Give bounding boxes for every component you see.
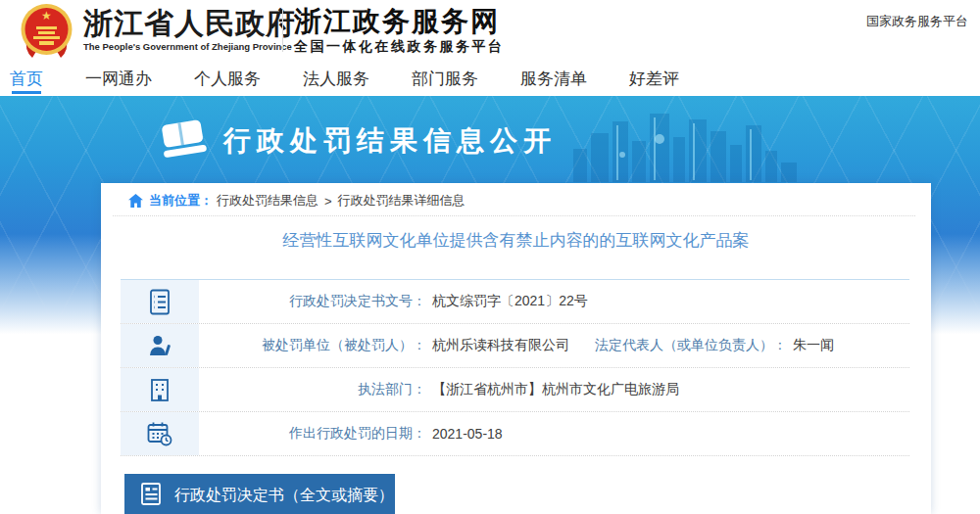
row-label: 行政处罚决定书文号： (199, 293, 426, 310)
banner-title: 行政处罚结果信息公开 (223, 122, 557, 160)
nav-item-home[interactable]: 首页 (10, 61, 43, 96)
portal-title-block: 浙江政务服务网 全国一体化在线政务服务平台 (294, 6, 505, 56)
svg-text:★: ★ (41, 9, 52, 23)
breadcrumb: 当前位置： 行政处罚结果信息 > 行政处罚结果详细信息 (128, 192, 466, 210)
case-title: 经营性互联网文化单位提供含有禁止内容的的互联网文化产品案 (101, 229, 931, 252)
home-icon (128, 194, 143, 208)
nav-item-department-services[interactable]: 部门服务 (412, 61, 478, 96)
gov-subtitle: The People's Government of Zhejiang Prov… (83, 41, 296, 52)
row-label-2: 法定代表人（或单位负责人）： (595, 337, 787, 354)
row-value: 2021-05-18 (432, 426, 503, 442)
row-text: 执法部门： 【浙江省杭州市】杭州市文化广电旅游局 (199, 368, 909, 411)
row-text: 行政处罚决定书文号： 杭文综罚字〔2021〕22号 (199, 280, 909, 323)
table-row: 作出行政处罚的日期： 2021-05-18 (121, 412, 909, 456)
row-text: 被处罚单位（被处罚人）： 杭州乐读科技有限公司 法定代表人（或单位负责人）： 朱… (199, 324, 909, 367)
row-value: 杭文综罚字〔2021〕22号 (432, 293, 588, 310)
row-value-2: 朱一闻 (793, 337, 834, 354)
breadcrumb-current: 行政处罚结果详细信息 (338, 192, 466, 210)
breadcrumb-separator: > (324, 194, 332, 209)
nav-item-legal-person-services[interactable]: 法人服务 (303, 61, 369, 96)
table-row: 被处罚单位（被处罚人）： 杭州乐读科技有限公司 法定代表人（或单位负责人）： 朱… (121, 324, 909, 368)
nav-item-one-stop[interactable]: 一网通办 (85, 61, 152, 96)
table-row: 行政处罚决定书文号： 杭文综罚字〔2021〕22号 (121, 280, 909, 324)
document-text-icon (140, 482, 163, 510)
nav-item-service-list[interactable]: 服务清单 (520, 61, 587, 96)
row-text: 作出行政处罚的日期： 2021-05-18 (199, 412, 909, 455)
breadcrumb-location-label: 当前位置： (149, 192, 213, 210)
national-emblem-logo: ★ (20, 3, 74, 60)
row-label: 被处罚单位（被处罚人）： (199, 337, 426, 354)
top-header: ★ 浙江省人民政府 The People's Government of Zhe… (0, 0, 980, 61)
nav-item-personal-services[interactable]: 个人服务 (194, 61, 261, 96)
calendar-clock-icon (121, 412, 199, 455)
penalty-decision-button-label: 行政处罚决定书（全文或摘要） (174, 486, 394, 506)
breadcrumb-divider (113, 215, 915, 216)
hero-banner: 行政处罚结果信息公开 当前位置： 行政处罚结果信息 > 行政处罚结果详细信息 经… (0, 96, 980, 514)
header-divider (282, 10, 283, 52)
row-value: 【浙江省杭州市】杭州市文化广电旅游局 (432, 381, 679, 398)
penalty-decision-button[interactable]: 行政处罚决定书（全文或摘要） (124, 474, 395, 514)
nav-items: 首页 一网通办 个人服务 法人服务 部门服务 服务清单 好差评 (10, 61, 679, 96)
content-panel: 当前位置： 行政处罚结果信息 > 行政处罚结果详细信息 经营性互联网文化单位提供… (101, 183, 931, 514)
city-skyline-graphic (573, 112, 838, 182)
row-value: 杭州乐读科技有限公司 (432, 337, 569, 354)
gov-title-block: 浙江省人民政府 The People's Government of Zheji… (83, 7, 296, 52)
gov-title: 浙江省人民政府 (83, 7, 296, 39)
penalty-detail-table: 行政处罚决定书文号： 杭文综罚字〔2021〕22号 被处罚单位（被处罚人）： (121, 279, 909, 456)
main-nav: 首页 一网通办 个人服务 法人服务 部门服务 服务清单 好差评 搜索 (0, 61, 980, 96)
book-icon (157, 116, 210, 166)
document-list-icon (121, 280, 199, 323)
nav-item-rating[interactable]: 好差评 (629, 61, 679, 96)
page: ★ 浙江省人民政府 The People's Government of Zhe… (0, 0, 980, 514)
portal-title: 浙江政务服务网 (294, 6, 505, 36)
person-icon (121, 324, 199, 367)
building-icon (121, 368, 199, 411)
table-row: 执法部门： 【浙江省杭州市】杭州市文化广电旅游局 (121, 368, 909, 412)
row-label: 作出行政处罚的日期： (199, 425, 426, 443)
national-platform-link[interactable]: 国家政务服务平台 (866, 13, 968, 30)
row-label: 执法部门： (199, 381, 426, 398)
breadcrumb-parent-link[interactable]: 行政处罚结果信息 (217, 192, 318, 210)
portal-subtitle: 全国一体化在线政务服务平台 (294, 38, 505, 56)
